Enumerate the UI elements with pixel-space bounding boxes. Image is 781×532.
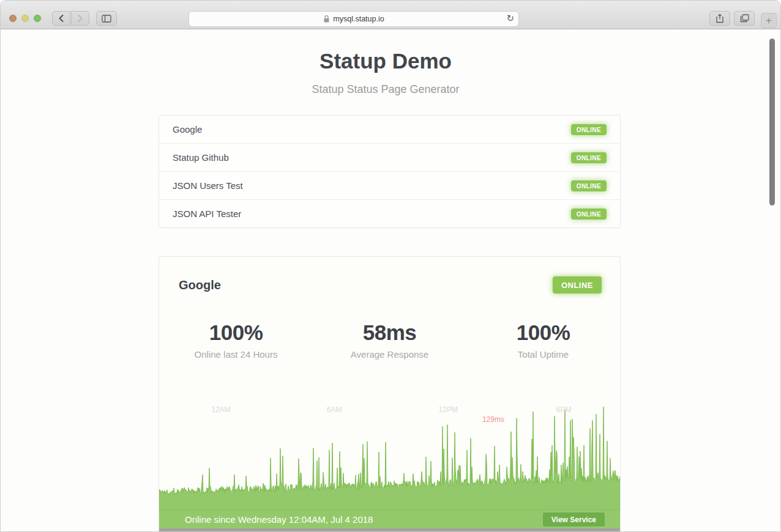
minimize-window-button[interactable] bbox=[21, 15, 29, 22]
service-name: JSON API Tester bbox=[173, 209, 241, 219]
x-tick-6pm: 6PM bbox=[556, 405, 572, 414]
chevron-left-icon bbox=[58, 14, 65, 23]
response-time-chart: 12AM 6AM 12PM 6PM 129ms bbox=[159, 391, 620, 510]
sidebar-icon bbox=[102, 15, 111, 23]
card-footer: Online since Wednesday 12:04AM, Jul 4 20… bbox=[159, 510, 620, 528]
stats-row: 100% Online last 24 Hours 58ms Average R… bbox=[159, 320, 620, 360]
url-text: mysql.statup.io bbox=[333, 15, 384, 23]
service-row-statup-github: Statup Github ONLINE bbox=[159, 144, 620, 172]
service-row-google: Google ONLINE bbox=[159, 116, 620, 144]
card-header: Google ONLINE bbox=[179, 276, 602, 294]
card-title: Google bbox=[179, 278, 221, 292]
stat-online-24h: 100% Online last 24 Hours bbox=[159, 320, 313, 360]
services-list: Google ONLINE Statup Github ONLINE JSON … bbox=[159, 115, 621, 228]
service-row-json-api-tester: JSON API Tester ONLINE bbox=[159, 200, 620, 227]
online-since-text: Online since Wednesday 12:04AM, Jul 4 20… bbox=[185, 514, 373, 525]
share-button[interactable] bbox=[709, 11, 730, 26]
status-badge: ONLINE bbox=[571, 180, 607, 191]
stat-value: 100% bbox=[466, 320, 620, 345]
forward-button[interactable] bbox=[71, 11, 89, 26]
status-badge: ONLINE bbox=[571, 152, 607, 163]
scrollbar-thumb[interactable] bbox=[769, 39, 775, 205]
browser-window: mysql.statup.io ↻ + Statup Demo Statup S… bbox=[0, 0, 781, 532]
new-tab-button[interactable]: + bbox=[761, 13, 777, 28]
tabs-icon bbox=[740, 14, 749, 23]
status-badge: ONLINE bbox=[571, 124, 607, 135]
stat-value: 58ms bbox=[313, 320, 466, 345]
lock-icon bbox=[323, 15, 330, 23]
service-row-json-users-test: JSON Users Test ONLINE bbox=[159, 172, 620, 200]
x-tick-12pm: 12PM bbox=[438, 405, 457, 414]
x-tick-12am: 12AM bbox=[211, 405, 230, 414]
reload-button[interactable]: ↻ bbox=[506, 13, 514, 24]
next-section-edge bbox=[159, 528, 620, 532]
sidebar-toggle-button[interactable] bbox=[96, 11, 117, 26]
page-subtitle: Statup Status Page Generator bbox=[1, 83, 771, 96]
stat-label: Total Uptime bbox=[466, 349, 620, 360]
service-detail-card: Google ONLINE 100% Online last 24 Hours … bbox=[159, 256, 621, 532]
status-badge: ONLINE bbox=[571, 209, 607, 220]
tab-overview-button[interactable] bbox=[734, 11, 755, 26]
browser-toolbar: mysql.statup.io ↻ + bbox=[1, 1, 780, 29]
stat-label: Average Response bbox=[313, 349, 466, 360]
page-title: Statup Demo bbox=[1, 49, 771, 73]
response-area-path bbox=[159, 407, 620, 510]
service-name: JSON Users Test bbox=[173, 180, 243, 191]
service-name: Statup Github bbox=[173, 152, 229, 163]
status-badge-large: ONLINE bbox=[553, 276, 602, 294]
chevron-right-icon bbox=[77, 14, 84, 23]
close-window-button[interactable] bbox=[9, 15, 17, 22]
zoom-window-button[interactable] bbox=[34, 15, 41, 22]
view-service-button[interactable]: View Service bbox=[542, 512, 605, 527]
back-button[interactable] bbox=[52, 11, 70, 26]
x-tick-6am: 6AM bbox=[327, 405, 342, 414]
stat-total-uptime: 100% Total Uptime bbox=[466, 320, 620, 360]
window-controls bbox=[9, 15, 41, 22]
stat-label: Online last 24 Hours bbox=[159, 349, 313, 360]
address-bar[interactable]: mysql.statup.io ↻ bbox=[189, 11, 519, 27]
stat-average-response: 58ms Average Response bbox=[313, 320, 466, 360]
share-icon bbox=[716, 13, 724, 23]
stat-value: 100% bbox=[159, 320, 313, 345]
service-name: Google bbox=[173, 124, 202, 135]
peak-annotation: 129ms bbox=[482, 415, 504, 424]
